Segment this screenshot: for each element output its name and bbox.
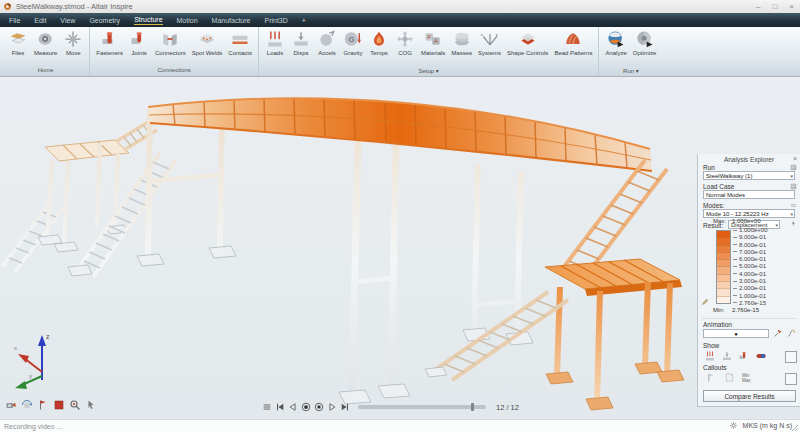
dropdown-arrow-icon: ▾ [636, 68, 639, 74]
run-table-icon[interactable] [790, 164, 797, 171]
ribbon-tool[interactable]: Gravity [340, 28, 366, 56]
ribbon-tool[interactable]: Analyze [602, 28, 629, 56]
ribbon-tool[interactable]: Contacts [225, 28, 255, 56]
previous-frame-button[interactable] [288, 402, 298, 412]
ribbon-tool-icon [518, 29, 538, 49]
ribbon-tool[interactable]: Materials [418, 28, 448, 56]
legend-ticks: 1.000e+00 9.000e-01 8.000e-01 7.000e-01 … [733, 227, 768, 306]
legend-tick-label: 1.000e-01 [733, 293, 768, 299]
ribbon-tool[interactable]: Joints [126, 28, 152, 56]
ribbon-tool[interactable]: Files [5, 28, 31, 56]
ribbon-tool[interactable]: Shape Controls [504, 28, 551, 56]
compare-results-button[interactable]: Compare Results [703, 390, 796, 402]
ribbon-tool[interactable]: Move [60, 28, 86, 56]
ribbon-tool-icon [480, 29, 500, 49]
stop-button[interactable] [314, 402, 324, 412]
menu-item[interactable]: Print3D [257, 13, 294, 27]
record-video-icon[interactable] [5, 399, 17, 411]
zoom-icon[interactable] [69, 399, 81, 411]
ribbon-tool[interactable]: COG [392, 28, 418, 56]
legend-segment [717, 252, 730, 259]
animation-slider[interactable]: ● [703, 329, 769, 338]
resize-grip[interactable] [791, 424, 799, 432]
animation-settings-icon[interactable] [773, 328, 783, 338]
legend-tick-label: 9.000e-01 [733, 234, 768, 240]
recording-indicator-icon[interactable] [53, 399, 65, 411]
ribbon-tool[interactable]: Fasteners [93, 28, 126, 56]
callout-flag-icon[interactable] [706, 372, 717, 383]
result-legend-colorbar [716, 230, 731, 304]
play-button[interactable] [327, 402, 337, 412]
ribbon-tool[interactable]: Optimize [630, 28, 660, 56]
animation-curve-icon[interactable] [787, 328, 797, 338]
record-button[interactable] [301, 402, 311, 412]
show-results-icon[interactable] [755, 350, 767, 362]
ribbon-tool[interactable]: Disps [288, 28, 314, 56]
model-viewport[interactable]: z x y [0, 77, 800, 419]
show-connectors-icon[interactable] [738, 350, 750, 362]
status-message: Recording video ... [4, 423, 62, 430]
menu-item[interactable]: Edit [27, 13, 53, 27]
ribbon-tool[interactable]: Systems [475, 28, 504, 56]
ribbon-tool-icon [36, 29, 56, 49]
ribbon-group-connections: Fasteners Joints Connectors Spot [90, 27, 259, 76]
dropdown-arrow-icon: ▾ [436, 68, 439, 74]
frame-counter: 12 / 12 [496, 403, 519, 412]
close-button[interactable]: × [789, 0, 794, 13]
load-case-field[interactable]: Normal Modes [703, 190, 795, 199]
animation-slider-dot: ● [734, 331, 738, 337]
modes-select[interactable]: Mode 10 - 12.25223 Hz▾ [703, 209, 795, 218]
load-case-table-icon[interactable] [790, 183, 797, 190]
ribbon-tool[interactable]: Bead Patterns [551, 28, 595, 56]
show-loads-icon[interactable] [704, 350, 716, 362]
ribbon-tool[interactable]: Temps [366, 28, 392, 56]
menu-item[interactable]: Geometry [82, 13, 127, 27]
callout-minmax-toggle[interactable]: MinMax [742, 373, 751, 383]
first-frame-button[interactable] [275, 402, 285, 412]
modes-waves-icon[interactable] [790, 202, 797, 209]
ribbon-group-label: Home [5, 67, 86, 76]
window-title: SteelWalkway.stmod - Altair Inspire [16, 2, 133, 11]
menu-item[interactable]: Manufacture [205, 13, 258, 27]
frame-slider[interactable] [358, 405, 486, 409]
menu-item[interactable]: File [2, 13, 27, 27]
panel-close-icon[interactable]: × [793, 155, 797, 162]
menu-item[interactable]: Motion [170, 13, 205, 27]
ribbon-group-label[interactable]: Run ▾ [602, 67, 659, 76]
ribbon-tool[interactable]: Masses [448, 28, 475, 56]
callout-note-icon[interactable] [724, 372, 735, 383]
callouts-options-button[interactable] [785, 373, 797, 385]
frame-slider-handle[interactable] [471, 403, 474, 411]
legend-tick-label: 1.000e+00 [733, 227, 768, 233]
last-frame-button[interactable] [340, 402, 350, 412]
show-supports-icon[interactable] [721, 350, 733, 362]
maximize-button[interactable]: □ [772, 0, 777, 13]
legend-tick-label: 2.760e-15 [733, 300, 768, 306]
ribbon-tool-icon [343, 29, 363, 49]
ribbon-tool[interactable]: Measure [31, 28, 60, 56]
rotate-view-icon[interactable] [21, 399, 33, 411]
run-select[interactable]: SteelWalkway (1)▾ [703, 171, 795, 180]
ribbon-tool[interactable]: Connectors [152, 28, 189, 56]
minimize-button[interactable]: – [756, 0, 760, 13]
ribbon-group-setup: Loads Disps Accels Gravity [259, 27, 599, 76]
menu-item[interactable]: View [53, 13, 82, 27]
legend-edit-icon[interactable] [701, 298, 709, 306]
result-probe-icon[interactable] [790, 220, 797, 227]
show-options-button[interactable] [785, 351, 797, 363]
ribbon-tool[interactable]: Spot Welds [189, 28, 226, 56]
menu-item[interactable]: + [295, 13, 313, 27]
select-icon[interactable] [85, 399, 97, 411]
ribbon-tool-icon [265, 29, 285, 49]
legend-segment [717, 266, 730, 273]
ribbon-group-label[interactable]: Setup ▾ [262, 67, 595, 76]
ribbon-tool[interactable]: Loads [262, 28, 288, 56]
orientation-triad: z x y [14, 330, 60, 392]
menu-item[interactable]: Structure [127, 13, 169, 27]
ribbon-tool[interactable]: Accels [314, 28, 340, 56]
units-selector[interactable]: MKS (m kg N s) [743, 422, 792, 429]
frames-menu-button[interactable] [262, 402, 272, 412]
ribbon-tool-icon [563, 29, 583, 49]
flag-icon[interactable] [37, 399, 49, 411]
units-gear-icon[interactable] [729, 421, 738, 430]
